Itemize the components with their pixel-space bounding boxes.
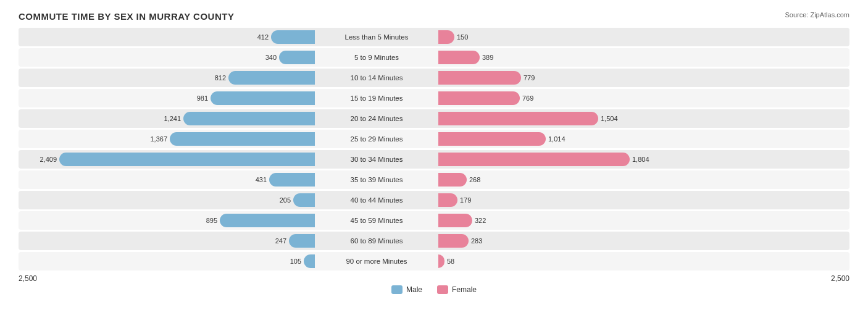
- male-value: 412: [247, 33, 269, 41]
- female-bar: [438, 214, 472, 227]
- female-value: 1,804: [632, 156, 654, 163]
- female-bar: [438, 71, 521, 85]
- left-side: 1,367: [19, 132, 315, 146]
- axis-left: 2,500: [19, 274, 37, 283]
- female-bar: [438, 234, 469, 248]
- male-swatch-icon: [391, 285, 403, 294]
- male-bar: [170, 132, 315, 146]
- male-value: 1,367: [146, 135, 167, 143]
- male-bar: [228, 71, 315, 85]
- row-inner: 412 Less than 5 Minutes 150: [19, 30, 849, 44]
- row-inner: 105 90 or more Minutes 58: [19, 254, 849, 268]
- male-value: 895: [196, 217, 217, 224]
- chart-title: COMMUTE TIME BY SEX IN MURRAY COUNTY: [19, 11, 849, 22]
- table-row: 431 35 to 39 Minutes 268: [19, 170, 849, 189]
- female-value: 150: [457, 33, 478, 41]
- male-bar: [211, 91, 315, 105]
- left-side: 981: [19, 91, 315, 105]
- right-side: 322: [438, 214, 741, 227]
- row-label: 5 to 9 Minutes: [315, 54, 438, 61]
- male-bar: [59, 153, 315, 166]
- left-side: 2,409: [19, 153, 315, 166]
- axis-area: 2,500 2,500: [19, 274, 849, 283]
- female-value: 769: [522, 94, 544, 102]
- row-label: 20 to 24 Minutes: [315, 115, 438, 122]
- row-inner: 981 15 to 19 Minutes 769: [19, 91, 849, 105]
- left-side: 895: [19, 214, 315, 227]
- male-value: 431: [245, 176, 267, 183]
- male-bar: [220, 214, 315, 227]
- table-row: 1,367 25 to 29 Minutes 1,014: [19, 130, 849, 148]
- row-label: 35 to 39 Minutes: [315, 176, 438, 183]
- chart-container: COMMUTE TIME BY SEX IN MURRAY COUNTY Sou…: [0, 0, 868, 323]
- row-label: 15 to 19 Minutes: [315, 94, 438, 102]
- table-row: 895 45 to 59 Minutes 322: [19, 211, 849, 230]
- row-inner: 247 60 to 89 Minutes 283: [19, 234, 849, 248]
- legend-male-label: Male: [406, 285, 422, 294]
- male-value: 205: [269, 196, 291, 204]
- female-value: 1,014: [548, 135, 570, 143]
- female-value: 268: [469, 176, 491, 183]
- axis-right: 2,500: [831, 274, 849, 283]
- row-inner: 340 5 to 9 Minutes 389: [19, 51, 849, 64]
- female-bar: [438, 153, 630, 166]
- male-bar: [304, 254, 315, 268]
- legend-female: Female: [437, 285, 477, 294]
- table-row: 205 40 to 44 Minutes 179: [19, 191, 849, 209]
- male-bar: [279, 51, 315, 64]
- row-label: 45 to 59 Minutes: [315, 217, 438, 224]
- female-value: 179: [460, 196, 482, 204]
- right-side: 58: [438, 254, 741, 268]
- right-side: 179: [438, 193, 741, 207]
- male-bar: [271, 30, 315, 44]
- right-side: 769: [438, 91, 741, 105]
- female-swatch-icon: [437, 285, 448, 294]
- female-bar: [438, 91, 520, 105]
- male-bar: [183, 112, 315, 125]
- left-side: 431: [19, 173, 315, 187]
- right-side: 1,804: [438, 153, 741, 166]
- female-value: 58: [447, 258, 469, 265]
- left-side: 812: [19, 71, 315, 85]
- female-value: 322: [475, 217, 496, 224]
- female-value: 1,504: [601, 115, 622, 122]
- row-inner: 2,409 30 to 34 Minutes 1,804: [19, 153, 849, 166]
- female-bar: [438, 132, 546, 146]
- female-bar: [438, 193, 457, 207]
- left-side: 105: [19, 254, 315, 268]
- row-inner: 205 40 to 44 Minutes 179: [19, 193, 849, 207]
- table-row: 247 60 to 89 Minutes 283: [19, 232, 849, 250]
- legend-male: Male: [391, 285, 422, 294]
- female-bar: [438, 30, 454, 44]
- legend: Male Female: [19, 285, 849, 294]
- male-bar: [293, 193, 315, 207]
- bars-area: 412 Less than 5 Minutes 150 340 5 to 9 M…: [19, 28, 849, 271]
- row-inner: 1,367 25 to 29 Minutes 1,014: [19, 132, 849, 146]
- row-label: 30 to 34 Minutes: [315, 156, 438, 163]
- legend-female-label: Female: [452, 285, 477, 294]
- table-row: 812 10 to 14 Minutes 779: [19, 69, 849, 87]
- male-value: 105: [280, 258, 301, 265]
- left-side: 1,241: [19, 112, 315, 125]
- right-side: 150: [438, 30, 741, 44]
- right-side: 1,504: [438, 112, 741, 125]
- row-label: 10 to 14 Minutes: [315, 74, 438, 82]
- female-value: 283: [471, 237, 493, 245]
- female-bar: [438, 254, 444, 268]
- row-label: 60 to 89 Minutes: [315, 237, 438, 245]
- source-text: Source: ZipAtlas.com: [785, 11, 849, 19]
- table-row: 981 15 to 19 Minutes 769: [19, 89, 849, 107]
- male-value: 1,241: [159, 115, 181, 122]
- table-row: 1,241 20 to 24 Minutes 1,504: [19, 109, 849, 128]
- male-value: 981: [186, 94, 208, 102]
- right-side: 779: [438, 71, 741, 85]
- row-inner: 431 35 to 39 Minutes 268: [19, 173, 849, 187]
- row-label: 25 to 29 Minutes: [315, 135, 438, 143]
- row-inner: 895 45 to 59 Minutes 322: [19, 214, 849, 227]
- female-bar: [438, 51, 480, 64]
- female-value: 779: [524, 74, 545, 82]
- female-bar: [438, 112, 598, 125]
- right-side: 389: [438, 51, 741, 64]
- table-row: 340 5 to 9 Minutes 389: [19, 48, 849, 67]
- left-side: 340: [19, 51, 315, 64]
